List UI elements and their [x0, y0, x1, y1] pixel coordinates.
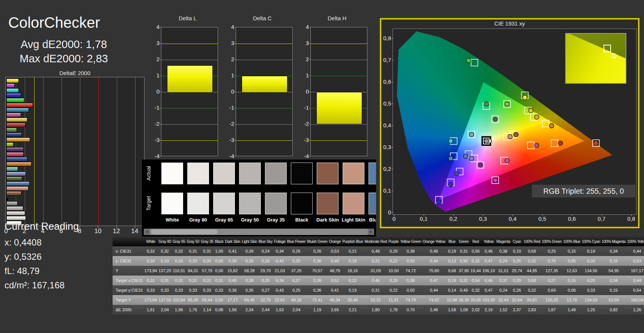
ref-line-red — [98, 77, 99, 226]
cie-y-tick-label: 0,3 — [381, 144, 391, 150]
column-header: Moderate Red — [364, 237, 388, 246]
deltae2000-chart[interactable] — [5, 77, 144, 226]
x-tick-label: 10 — [93, 228, 103, 235]
cell: 85,36 — [186, 295, 200, 305]
cell: 0,82 — [601, 305, 626, 315]
cell: 72,41 — [306, 295, 328, 305]
cell: 1,96 — [172, 305, 186, 315]
column-header: Purplish Blue — [342, 237, 364, 246]
cell: 0,33 — [172, 256, 186, 266]
cell: 15,82 — [224, 266, 241, 276]
cell: 0,20 — [511, 276, 523, 285]
cie-x-tick — [394, 214, 394, 216]
cell: 0,40 — [328, 256, 342, 266]
cie-diagram-panel[interactable]: CIE 1931 xy RGB Triplet: 255, 255, 0 0,8… — [380, 18, 639, 228]
cell: 0,31 — [200, 246, 214, 256]
cell: 1,00 — [214, 246, 224, 256]
cell: 0,38 — [399, 246, 422, 256]
y-tick — [234, 27, 236, 27]
y-tick — [234, 92, 236, 92]
cell: 110,84 — [172, 295, 186, 305]
deltae-bar-gray-80 — [6, 216, 26, 220]
cie-y-tick — [391, 191, 393, 191]
y-tick — [309, 124, 310, 124]
swatch-actual-light-skin — [343, 163, 364, 184]
cell: 0,32 — [470, 285, 482, 295]
cell: 0,13 — [446, 256, 458, 266]
y-tick-label: -3 — [301, 137, 309, 143]
row-label: Target Y — [113, 295, 144, 305]
scroll-left-button[interactable]: ◄ — [144, 229, 150, 235]
cell: 0,32 — [523, 256, 541, 266]
scroll-right-button[interactable]: ► — [368, 229, 374, 235]
delta-chart-delta-h[interactable]: Delta H43210-1-2-3-4 — [301, 15, 373, 165]
column-header: Orange — [328, 237, 342, 246]
cie-point-magenta — [505, 158, 509, 163]
cie-x-tick-label: 0,7 — [594, 215, 609, 222]
y-tick-label: -4 — [152, 153, 159, 159]
column-header: Purple — [388, 237, 400, 246]
cell: 173,84 — [144, 295, 158, 305]
cie-point-dark-skin — [514, 132, 518, 137]
table-header-row: WhiteGray 80Gray 65Gray 50Gray 35BlackDa… — [113, 237, 644, 246]
table-row: Y173,84137,20110,5184,3157,790,0015,8258… — [113, 266, 644, 276]
cell: 0,21 — [342, 246, 364, 256]
cell: 17,17 — [224, 295, 241, 305]
cell: 0,48 — [364, 246, 388, 256]
max-de2000: Max dE2000: 2,83 — [8, 53, 120, 65]
cie-y-tick-label: 0,4 — [381, 122, 391, 128]
table-row: y: CIE310,330,330,330,330,330,000,360,35… — [113, 256, 644, 266]
y-tick-label: 3 — [152, 40, 159, 46]
cell: 0,15 — [563, 276, 581, 285]
y-tick-label: 0 — [301, 88, 309, 95]
cell: 31,01 — [496, 266, 511, 276]
cell: 0,32 — [172, 246, 186, 256]
column-header: Blue Sky — [258, 237, 273, 246]
measurement-table: WhiteGray 80Gray 65Gray 50Gray 35BlackDa… — [113, 237, 644, 315]
cell: 0,39 — [241, 246, 258, 256]
swatch-target-gray-65 — [213, 193, 235, 214]
cie-point-gray-35 — [484, 139, 489, 143]
ref-line — [161, 108, 218, 108]
y-tick-label: -4 — [227, 153, 234, 159]
cell: 0,29 — [388, 246, 400, 256]
cell: 0,26 — [306, 246, 328, 256]
y-tick-label: 2 — [152, 56, 159, 62]
y-tick-label: -3 — [227, 137, 234, 143]
y-tick — [159, 140, 161, 140]
cell: 0,68 — [523, 276, 541, 285]
cell: 2,04 — [286, 305, 307, 315]
swatch-scrollbar[interactable]: ◄► — [144, 229, 374, 235]
cie-point-blue-flower — [469, 156, 474, 161]
cell: 0,54 — [470, 276, 482, 285]
cell: 0,37 — [496, 276, 511, 285]
y-tick-label: 1 — [227, 72, 234, 78]
cell: 0,22 — [388, 256, 400, 266]
cie-y-tick — [391, 125, 393, 126]
y-tick — [309, 59, 310, 60]
deltae-bar-orange — [6, 162, 32, 166]
cell: 0,51 — [328, 276, 342, 285]
cell: 2,34 — [241, 305, 258, 315]
patch-zoom-inset — [565, 33, 626, 84]
delta-chart-delta-c[interactable]: Delta C43210-1-2-3-4 — [227, 15, 298, 165]
cell: 0,45 — [481, 276, 496, 285]
cell: 21,03 — [273, 266, 286, 276]
cell: 0,69 — [541, 285, 563, 295]
cell: 0,19 — [581, 246, 601, 256]
delta-plot-area — [236, 27, 293, 156]
scrollbar-thumb[interactable] — [151, 229, 218, 234]
cell: 1,19 — [306, 305, 328, 315]
row-label: y: CIE31 — [113, 256, 144, 266]
cie-y-tick — [391, 60, 393, 60]
cie-title: CIE 1931 xy — [381, 20, 638, 27]
swatch-label: Black — [289, 217, 315, 223]
deltae-bar-purplish-blue — [6, 157, 27, 161]
cell: 0,34 — [601, 276, 626, 285]
swatch-actual-blue-sky — [369, 163, 376, 184]
cie-point-blue — [448, 182, 453, 187]
cell: 0,25 — [511, 256, 523, 266]
deltae2000-chart-title: DeltaE 2000 — [5, 70, 144, 76]
cell: 0,31 — [158, 276, 172, 285]
delta-chart-delta-l[interactable]: Delta L43210-1-2-3-4 — [152, 15, 223, 165]
